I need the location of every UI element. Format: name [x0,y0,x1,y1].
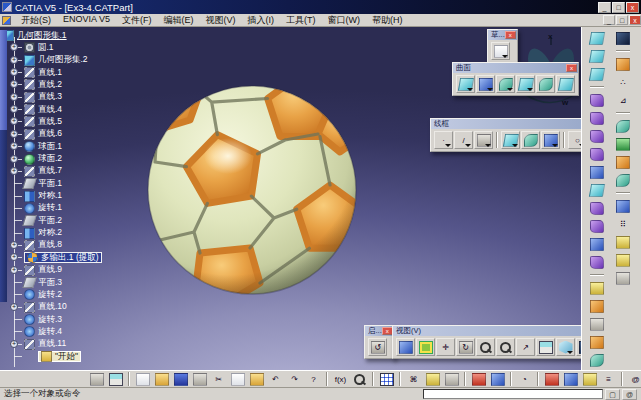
menu-arrow-icon[interactable] [445,144,451,147]
tree-item-18[interactable]: 直线.8 [24,240,62,251]
tree-item-12[interactable]: 直线.7 [24,166,62,177]
measure-item-button[interactable] [562,372,579,387]
duplicate-button[interactable] [614,198,632,214]
tree-expander[interactable]: + [10,303,18,311]
power-input-field[interactable] [423,389,603,399]
healing-button[interactable] [588,218,606,234]
tile-window-button[interactable] [88,372,105,387]
tile-vertical-button[interactable] [107,372,124,387]
intersection-button[interactable] [521,131,540,149]
tree-expander[interactable]: + [10,266,18,274]
tree-expander[interactable]: + [10,56,18,64]
tree-item-23[interactable]: 直线.10 [24,302,67,313]
measure-between-button[interactable] [543,372,560,387]
iso-view-button[interactable] [556,338,575,356]
projection-button[interactable] [501,131,520,149]
toolbar-surfaces[interactable]: 曲面x [452,62,579,96]
tree-item-15[interactable]: 旋转.1 [24,203,62,214]
point-button[interactable]: · [434,131,453,149]
sweep-button[interactable] [536,75,555,93]
tree-expander[interactable]: + [10,105,18,113]
toolbar-title-bar[interactable]: 线框x [431,119,581,129]
catalog-button[interactable] [614,252,632,268]
menu-arrow-icon[interactable] [552,144,558,147]
table-grid-button[interactable] [378,372,395,387]
sketch-button[interactable] [491,42,510,60]
pattern-button[interactable]: ⠿ [614,216,632,232]
menu-h[interactable]: 帮助(H) [366,14,409,27]
open-file-button[interactable] [153,372,170,387]
tree-item-17[interactable]: 对称.2 [24,228,62,239]
menu-arrow-icon[interactable] [507,88,513,91]
fill-button[interactable] [556,75,575,93]
minimize-button[interactable]: _ [598,2,611,13]
tree-expander[interactable]: + [10,241,18,249]
join-button[interactable] [588,200,606,216]
cut-button[interactable]: ✂ [210,372,227,387]
tree-item-9[interactable]: 直线.6 [24,129,62,140]
tree-item-21[interactable]: 平面.3 [24,277,62,288]
help-button[interactable]: ? [305,372,322,387]
copy-button[interactable] [229,372,246,387]
toolbar-title-bar[interactable]: 草...x [488,30,517,40]
boundary-button[interactable] [588,280,606,296]
multi-view-button[interactable] [536,338,555,356]
tree-item-14[interactable]: 对称.1 [24,191,62,202]
extrude-surface-button[interactable] [588,30,606,46]
tree-item-8[interactable]: 直线.5 [24,116,62,127]
law-curve-button[interactable]: ⊿ [614,92,632,108]
sphere-surface-button[interactable] [588,66,606,82]
toolbar-quick[interactable]: 启...x↺ [364,325,395,359]
fill-surface-button[interactable] [588,146,606,162]
zoom-in-button[interactable] [476,338,495,356]
menu-i[interactable]: 插入(I) [242,14,281,27]
tree-item-1[interactable]: 几何图形集.1 [3,30,67,41]
fit-all-in-button[interactable] [416,338,435,356]
tree-item-2[interactable]: 圆.1 [24,42,54,53]
tree-item-25[interactable]: 旋转.4 [24,326,62,337]
viewport-3d[interactable]: x z w 几何图形集.1+圆.1+几何图形集.2+直线.1+直线.2+直线.3… [0,27,581,370]
edge-fillet-button[interactable] [588,334,606,350]
tree-item-22[interactable]: 旋转.2 [24,289,62,300]
menu-v[interactable]: 视图(V) [200,14,242,27]
columns-button[interactable] [443,372,460,387]
plane-button[interactable] [474,131,493,149]
tree-item-3[interactable]: 几何图形集.2 [24,55,88,66]
trim-button[interactable] [588,254,606,270]
menu-s[interactable]: 开始(S) [15,14,57,27]
insert-node-button[interactable] [614,118,632,134]
flag-note-button[interactable] [470,372,487,387]
shape-fillet-button[interactable] [588,316,606,332]
symmetry-op-button[interactable] [614,136,632,152]
close-button[interactable]: x [626,2,639,13]
close-button[interactable]: x [629,15,641,25]
measure-inertia-button[interactable] [581,372,598,387]
tree-scrollbar-thumb[interactable] [0,30,7,130]
toolbar-view[interactable]: 视图(V)x✛↻↗ [392,325,581,359]
tree-expander[interactable]: + [10,142,18,150]
paste-button[interactable] [248,372,265,387]
tree-expander[interactable]: + [10,155,18,163]
tree-item-24[interactable]: 旋转.3 [24,314,62,325]
offset-surface-button[interactable] [588,92,606,108]
tree-item-6[interactable]: 直线.3 [24,92,62,103]
tree-expander[interactable]: + [10,117,18,125]
menu-w[interactable]: 窗口(W) [322,14,367,27]
offset-button[interactable] [516,75,535,93]
history-status-button[interactable]: @ [622,389,637,400]
lock-button[interactable] [424,372,441,387]
menu-arrow-icon[interactable] [527,88,533,91]
formula-button[interactable]: f(x) [332,372,349,387]
tree-item-26[interactable]: 直线.11 [24,339,66,350]
fly-mode-button[interactable] [396,338,415,356]
tree-item-27[interactable]: "开始" [38,351,81,362]
new-file-button[interactable] [134,372,151,387]
tree-expander[interactable]: + [10,68,18,76]
tree-item-20[interactable]: 直线.9 [24,265,62,276]
blend-surface-button[interactable] [588,182,606,198]
graph-tree-button[interactable]: ⌘ [405,372,422,387]
tree-item-10[interactable]: 球面.1 [24,141,62,152]
tree-expander[interactable]: + [10,167,18,175]
extract-button[interactable] [588,298,606,314]
menu-arrow-icon[interactable] [487,88,493,91]
